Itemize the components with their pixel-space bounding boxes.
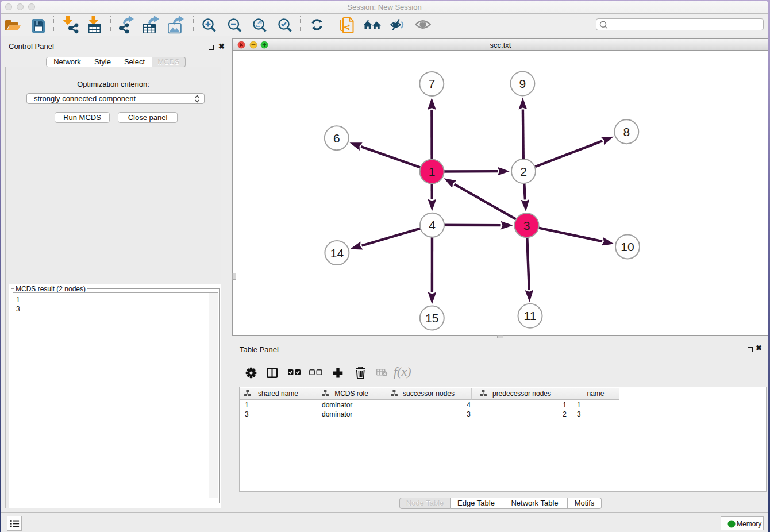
svg-text:15: 15 <box>425 311 438 325</box>
svg-text:4: 4 <box>429 218 436 232</box>
svg-text:7: 7 <box>428 77 435 90</box>
svg-text:14: 14 <box>330 246 344 260</box>
svg-text:10: 10 <box>621 240 634 253</box>
svg-text:2: 2 <box>520 165 527 178</box>
svg-text:1: 1 <box>429 165 436 178</box>
svg-text:f(x): f(x) <box>394 364 411 379</box>
svg-text:9: 9 <box>519 77 526 90</box>
svg-text:3: 3 <box>523 219 530 232</box>
svg-text:6: 6 <box>333 132 340 145</box>
svg-text:8: 8 <box>623 125 630 138</box>
svg-text:11: 11 <box>524 309 537 322</box>
